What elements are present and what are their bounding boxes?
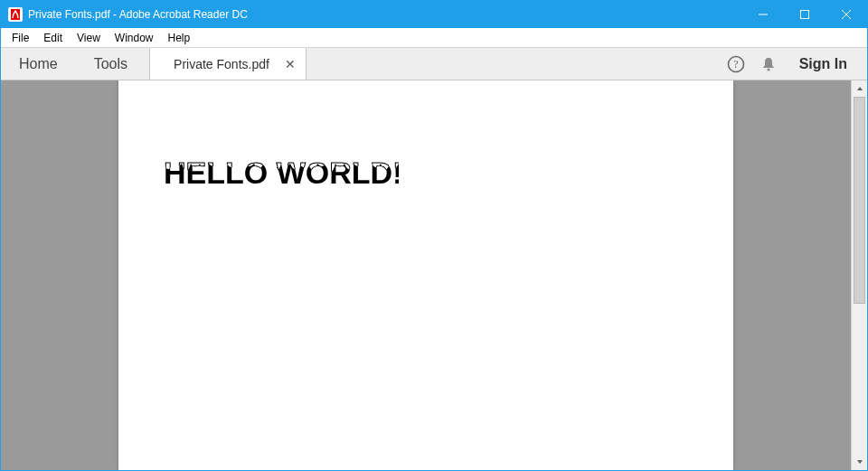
sign-in-button[interactable]: Sign In	[785, 56, 862, 72]
help-icon[interactable]: ?	[720, 48, 752, 80]
menu-file[interactable]: File	[5, 28, 36, 48]
tabrow-right: ? Sign In	[720, 48, 867, 80]
scrollbar-thumb[interactable]	[854, 97, 865, 304]
tab-tools[interactable]: Tools	[76, 48, 146, 80]
document-tab-label: Private Fonts.pdf	[174, 57, 269, 71]
content-area: HELLO WORLD! HELLO WORLD!	[1, 80, 867, 470]
tabrow: Home Tools Private Fonts.pdf ✕ ? Sign In	[1, 48, 867, 80]
menu-window[interactable]: Window	[108, 28, 161, 48]
svg-point-7	[767, 68, 769, 71]
close-button[interactable]	[826, 1, 867, 28]
tabrow-spacer	[307, 48, 720, 80]
svg-text:?: ?	[733, 58, 738, 71]
menu-help[interactable]: Help	[161, 28, 198, 48]
menu-view[interactable]: View	[70, 28, 108, 48]
scroll-up-icon[interactable]	[852, 80, 867, 97]
acrobat-icon	[8, 7, 23, 22]
maximize-button[interactable]	[784, 1, 826, 28]
document-viewer[interactable]: HELLO WORLD! HELLO WORLD!	[1, 80, 851, 470]
scrollbar-track[interactable]	[852, 97, 867, 454]
window-title: Private Fonts.pdf - Adobe Acrobat Reader…	[28, 8, 248, 21]
document-tab[interactable]: Private Fonts.pdf ✕	[149, 48, 307, 80]
tab-home[interactable]: Home	[1, 48, 76, 80]
window-titlebar: Private Fonts.pdf - Adobe Acrobat Reader…	[1, 1, 867, 28]
scroll-down-icon[interactable]	[852, 454, 867, 470]
menu-edit[interactable]: Edit	[36, 28, 70, 48]
minimize-button[interactable]	[742, 1, 784, 28]
bell-icon[interactable]	[752, 48, 785, 80]
pdf-page: HELLO WORLD! HELLO WORLD!	[118, 80, 733, 470]
svg-rect-2	[801, 11, 809, 19]
document-text: HELLO WORLD! HELLO WORLD!	[164, 153, 688, 191]
close-tab-icon[interactable]: ✕	[284, 57, 297, 71]
vertical-scrollbar[interactable]	[851, 80, 867, 470]
menubar: File Edit View Window Help	[1, 28, 867, 48]
